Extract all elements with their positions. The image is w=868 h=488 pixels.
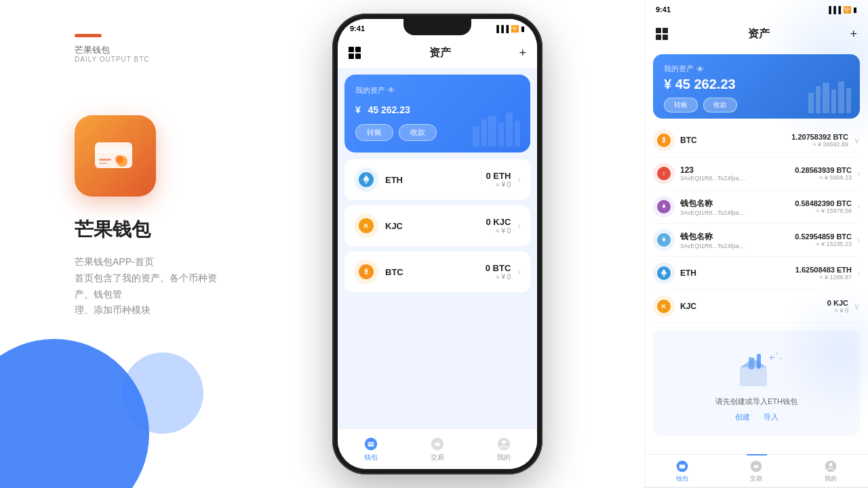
right-wallet-nav-icon bbox=[675, 460, 689, 473]
svg-rect-48 bbox=[757, 354, 761, 369]
right-eth-icon bbox=[653, 262, 675, 284]
svg-rect-9 bbox=[498, 123, 504, 146]
nav-wallet[interactable]: 钱包 bbox=[363, 436, 378, 462]
brand-name: 芒果钱包 bbox=[75, 44, 110, 56]
eth-name: ETH bbox=[385, 175, 479, 185]
right-wallet1-info: 钱包名称 3AvEQt1R8...TsZ4fpaRQ bbox=[680, 198, 789, 216]
signal-icon: ▐▐▐ bbox=[494, 25, 509, 33]
svg-text:K: K bbox=[662, 303, 667, 310]
right-bottom-nav: 钱包 交易 我的 bbox=[645, 454, 868, 488]
right-eth-info: ETH bbox=[680, 268, 790, 278]
app-title: 芒果钱包 bbox=[75, 217, 151, 243]
right-eth-amount: 1.62508483 ETH ≈ ¥ 1288.87 bbox=[795, 266, 852, 281]
eth-arrow: › bbox=[517, 174, 521, 185]
kjc-amount: 0 KJC ≈ ¥ 0 bbox=[486, 217, 511, 235]
right-nav-profile-label: 我的 bbox=[825, 474, 837, 483]
svg-rect-5 bbox=[99, 163, 107, 164]
btc-arrow: › bbox=[517, 266, 521, 277]
svg-rect-26 bbox=[808, 93, 814, 113]
eye-icon[interactable]: 👁 bbox=[387, 85, 395, 95]
svg-point-25 bbox=[502, 440, 506, 444]
profile-nav-icon bbox=[496, 436, 511, 451]
asset-card-label: 我的资产 👁 bbox=[355, 85, 519, 96]
svg-rect-10 bbox=[506, 113, 513, 146]
right-kjc-icon: K bbox=[653, 296, 675, 317]
right-coin-wallet2[interactable]: 钱包名称 3AvEQt1R8...TsZ4fpaRQ 0.52954859 BT… bbox=[653, 224, 860, 257]
kjc-icon: K bbox=[354, 214, 378, 238]
left-section: 芒果钱包 DAILY OUTPUT BTC 芒果钱包 芒果钱包APP-首页 首页… bbox=[0, 0, 339, 488]
svg-text:K: K bbox=[364, 222, 369, 229]
svg-text:!: ! bbox=[663, 171, 665, 176]
svg-point-60 bbox=[829, 463, 833, 466]
right-123-icon: ! bbox=[653, 163, 675, 184]
svg-rect-8 bbox=[488, 116, 496, 146]
receive-button[interactable]: 收款 bbox=[399, 124, 437, 141]
svg-rect-29 bbox=[831, 89, 836, 113]
wallet-nav-icon bbox=[363, 436, 378, 451]
right-grid-icon[interactable] bbox=[656, 28, 668, 40]
right-receive-button[interactable]: 收款 bbox=[703, 98, 737, 113]
right-wallet2-info: 钱包名称 3AvEQt1R8...TsZ4fpaRQ bbox=[680, 231, 789, 249]
svg-rect-47 bbox=[749, 357, 754, 369]
coin-item-btc[interactable]: ₿ BTC 0 BTC ≈ ¥ 0 › bbox=[344, 251, 530, 292]
battery-icon: ▮ bbox=[521, 25, 525, 33]
right-profile-nav-icon bbox=[824, 460, 837, 473]
status-time: 9:41 bbox=[350, 24, 365, 33]
right-city-deco bbox=[807, 76, 854, 116]
eth-prompt-links: 创建 导入 bbox=[735, 412, 778, 422]
right-wallet1-amount: 0.58482390 BTC ≈ ¥ 15978.56 bbox=[795, 199, 852, 214]
blue-circle-small bbox=[122, 352, 203, 434]
svg-text:·: · bbox=[738, 358, 740, 365]
btc-icon: ₿ bbox=[354, 260, 378, 284]
svg-rect-45 bbox=[740, 367, 767, 386]
city-decoration bbox=[469, 106, 524, 149]
phone-mockup: 9:41 ▐▐▐ 🛜 ▮ 资产 + bbox=[332, 14, 542, 474]
right-coin-123[interactable]: ! 123 3AvEQt1R8...TsZ4fpaRQ 0.28563939 B… bbox=[653, 157, 860, 190]
eth-create-link[interactable]: 创建 bbox=[735, 412, 750, 422]
coin-item-eth[interactable]: ETH 0 ETH ≈ ¥ 0 › bbox=[344, 159, 530, 200]
eth-prompt-text: 请先创建或导入ETH钱包 bbox=[715, 396, 797, 407]
blue-circle-large bbox=[0, 339, 149, 488]
svg-rect-1 bbox=[95, 148, 132, 153]
phone-bottom-nav: 钱包 交易 我的 bbox=[338, 428, 537, 469]
right-eye-icon[interactable]: 👁 bbox=[696, 65, 704, 73]
svg-rect-6 bbox=[473, 126, 479, 146]
wifi-icon: 🛜 bbox=[511, 25, 519, 33]
btc-name: BTC bbox=[385, 267, 479, 277]
svg-rect-21 bbox=[368, 443, 374, 445]
transfer-button[interactable]: 转账 bbox=[355, 124, 393, 141]
eth-info: ETH bbox=[385, 175, 479, 185]
right-asset-label: 我的资产 👁 bbox=[664, 64, 849, 74]
right-nav-wallet[interactable]: 钱包 bbox=[675, 460, 689, 483]
right-eth-arrow: › bbox=[857, 268, 860, 278]
accent-bar bbox=[75, 34, 102, 37]
right-wallet2-arrow: › bbox=[857, 235, 860, 245]
add-asset-button[interactable]: + bbox=[519, 46, 526, 60]
right-coin-wallet1[interactable]: 钱包名称 3AvEQt1R8...TsZ4fpaRQ 0.58482390 BT… bbox=[653, 190, 860, 224]
coin-item-kjc[interactable]: K KJC 0 KJC ≈ ¥ 0 › bbox=[344, 205, 530, 246]
eth-import-link[interactable]: 导入 bbox=[764, 412, 778, 422]
kjc-arrow: › bbox=[517, 220, 521, 231]
svg-rect-23 bbox=[435, 443, 439, 446]
right-nav-profile[interactable]: 我的 bbox=[824, 460, 837, 483]
nav-wallet-label: 钱包 bbox=[364, 453, 378, 462]
right-trade-nav-icon bbox=[749, 460, 763, 473]
nav-trade-label: 交易 bbox=[431, 453, 444, 462]
right-btc-info: BTC bbox=[680, 136, 786, 145]
svg-rect-27 bbox=[816, 86, 821, 113]
right-nav-wallet-label: 钱包 bbox=[676, 474, 688, 483]
eth-icon bbox=[354, 167, 378, 192]
right-transfer-button[interactable]: 转账 bbox=[664, 98, 698, 113]
right-nav-trade[interactable]: 交易 bbox=[749, 460, 763, 483]
nav-profile[interactable]: 我的 bbox=[496, 436, 511, 462]
app-description: 芒果钱包APP-首页 首页包含了我的资产、各个币种资产、钱包管 理、添加币种模块 bbox=[75, 254, 224, 319]
right-123-info: 123 3AvEQt1R8...TsZ4fpaRQ bbox=[680, 165, 789, 182]
btc-info: BTC bbox=[385, 267, 479, 277]
right-wallet2-amount: 0.52954859 BTC ≈ ¥ 15235.23 bbox=[795, 232, 852, 247]
right-panel: 9:41 ▐▐▐ 🛜 ▮ 资产 + 我的资产 👁 ¥ 45 262.23 转账 … bbox=[644, 0, 868, 488]
grid-icon[interactable] bbox=[349, 47, 361, 59]
right-123-arrow: › bbox=[857, 169, 860, 178]
svg-rect-28 bbox=[823, 83, 829, 113]
nav-trade[interactable]: 交易 bbox=[430, 436, 445, 462]
right-wallet1-arrow: › bbox=[857, 202, 860, 211]
